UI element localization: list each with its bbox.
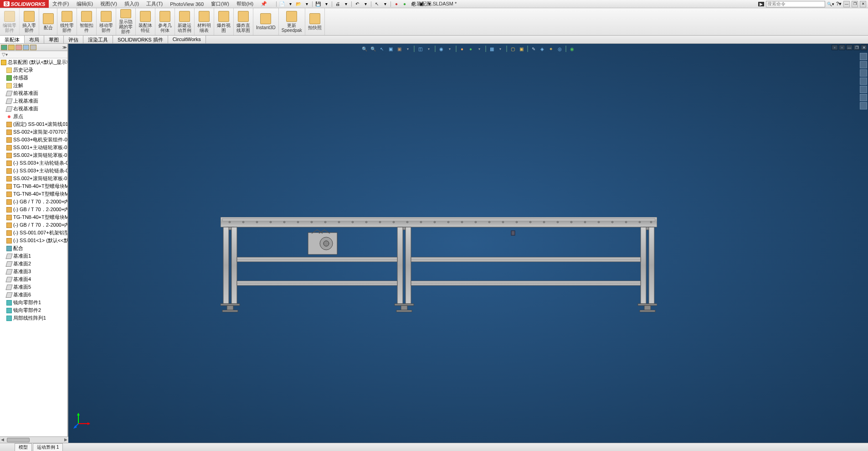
feature-manager-tab-icon[interactable] [1, 45, 7, 50]
light-icon[interactable]: ✦ [547, 45, 555, 52]
tree-item[interactable]: (-) GB / T 70．2-2000+内六 [0, 221, 67, 229]
tree-item[interactable]: 基准面3 [0, 268, 67, 275]
tree-item[interactable]: 基准面2 [0, 260, 67, 268]
tree-item[interactable]: 右视基准面 [0, 105, 67, 113]
tree-item[interactable]: 传感器 [0, 74, 67, 82]
tree-item[interactable]: SS-003+电机安装组件-0707 [0, 136, 67, 144]
feature-tree[interactable]: 总装配图 (默认<默认_显示状态历史记录传感器注解前视基准面上视基准面右视基准面… [0, 58, 67, 443]
tree-item[interactable]: 注解 [0, 82, 67, 89]
tree-item[interactable]: TG-TN8-40+T型螺母块M8- [0, 182, 67, 190]
tab-evaluate[interactable]: 评估 [64, 36, 83, 43]
design-library-icon[interactable] [860, 61, 867, 68]
ribbon-mate[interactable]: 配合 [39, 8, 57, 35]
display-style-icon[interactable]: ◫ [416, 45, 424, 52]
tree-item[interactable]: 基准面6 [0, 291, 67, 299]
select-icon[interactable]: ↖ [373, 1, 380, 7]
tree-item[interactable]: 镜向零部件2 [0, 306, 67, 314]
apply-scene-icon[interactable]: ● [467, 45, 474, 52]
menu-view[interactable]: 视图(V) [97, 0, 121, 7]
tree-item[interactable]: SS-002+滚筒架-070707.1.< [0, 128, 67, 136]
hide-show-icon[interactable]: ◉ [437, 45, 445, 52]
zoom-area-icon[interactable]: 🔍 [370, 45, 377, 52]
custom-props-icon[interactable] [860, 94, 867, 101]
ribbon-bom[interactable]: 材料明 细表 [195, 8, 214, 35]
view-orient-icon[interactable]: ▣ [395, 45, 403, 52]
save-icon[interactable]: 💾 [314, 1, 322, 7]
section-view-icon[interactable]: ▣ [387, 45, 394, 52]
property-manager-tab-icon[interactable] [8, 45, 15, 50]
minimize-button[interactable]: — [843, 1, 850, 7]
zoom-fit-icon[interactable]: 🔍 [361, 45, 368, 52]
menu-insert[interactable]: 插入(I) [121, 0, 143, 7]
menu-pin-icon[interactable]: 📌 [257, 1, 271, 7]
ribbon-insert-comp[interactable]: 插入零 部件 [20, 8, 39, 35]
tab-sketch[interactable]: 草图 [44, 36, 64, 43]
viewport-restore[interactable]: ❐ [853, 45, 860, 50]
display-manager-tab-icon[interactable] [30, 45, 36, 50]
tree-item[interactable]: 前视基准面 [0, 89, 67, 97]
dropdown-icon[interactable]: ▾ [303, 1, 310, 7]
tree-item[interactable]: (-) SS.003+主动轮链条-070 [0, 167, 67, 175]
scroll-left-icon[interactable]: ◀ [1, 437, 4, 442]
sw-resources-icon[interactable] [860, 53, 867, 60]
ribbon-asm-feat[interactable]: 装配体 特征 [136, 8, 155, 35]
dropdown-icon[interactable]: ▾ [497, 45, 504, 52]
scroll-thumb[interactable] [7, 438, 30, 442]
tree-item[interactable]: 基准面5 [0, 283, 67, 291]
viewport-btn2[interactable]: ▫ [839, 45, 845, 50]
open-icon[interactable]: 📂 [295, 1, 302, 7]
tree-item[interactable]: SS.001+主动链轮罩板-0707 [0, 144, 67, 151]
dropdown-icon[interactable]: ▾ [342, 1, 349, 7]
forum-icon[interactable] [860, 102, 867, 109]
tree-item[interactable]: 局部线性阵列1 [0, 314, 67, 322]
tab-swplugins[interactable]: SOLIDWORKS 插件 [113, 36, 168, 43]
ribbon-new-motion[interactable]: 新建运 动算例 [175, 8, 195, 35]
tab-layout[interactable]: 布局 [25, 36, 44, 43]
dimxpert-tab-icon[interactable] [23, 45, 29, 50]
dropdown-icon[interactable]: ▾ [425, 45, 432, 52]
prev-view-icon[interactable]: ↖ [378, 45, 385, 52]
tree-item[interactable]: TG-TN8-40+T型螺母块M8- [0, 190, 67, 198]
ribbon-smart-fasten[interactable]: 智能扣 件 [77, 8, 97, 35]
ribbon-show-hidden[interactable]: 显示隐 藏的零 部件 [116, 8, 136, 35]
ribbon-exploded[interactable]: 爆炸视 图 [214, 8, 234, 35]
rebuild-icon[interactable]: ● [393, 1, 400, 7]
dropdown-icon[interactable]: ▾ [287, 1, 294, 7]
file-explorer-icon[interactable] [860, 69, 867, 77]
dropdown-icon[interactable]: ▾ [446, 45, 453, 52]
tree-item[interactable]: (-) SS-001.007+机架铝型材 [0, 229, 67, 237]
edit-appearance-icon[interactable]: ● [458, 45, 466, 52]
dropdown-icon[interactable]: ▾ [362, 1, 369, 7]
menu-edit[interactable]: 编辑(E) [73, 0, 97, 7]
tree-item[interactable]: SS.002+滚筒链轮罩板-0707 [0, 151, 67, 159]
tree-item[interactable]: 历史记录 [0, 66, 67, 74]
close-button[interactable]: ✕ [860, 1, 866, 7]
search-command-input[interactable] [766, 1, 825, 7]
search-dropdown-icon[interactable]: 🔍▾ [827, 2, 834, 6]
motion-study-tab[interactable]: 运动算例 1 [33, 443, 63, 451]
viewport-close[interactable]: ✕ [861, 45, 867, 50]
view-palette-icon[interactable] [860, 78, 867, 85]
appearances-icon[interactable] [860, 86, 867, 93]
decal-icon[interactable]: ◈ [539, 45, 546, 52]
tree-item[interactable]: 原点 [0, 113, 67, 120]
print-icon[interactable]: 🖨 [334, 1, 341, 7]
graphics-area[interactable]: 🔍 🔍 ↖ ▣ ▣ ▾ ◫ ▾ ◉ ▾ ● ● ▾ ▦ ▾ ▢ ▣ ✎ ◈ ✦ [68, 44, 868, 443]
ribbon-ref-geom[interactable]: 参考几 何体 [155, 8, 175, 35]
ribbon-snapshot[interactable]: 拍快照 [305, 8, 325, 35]
rebuild-all-icon[interactable]: ● [401, 1, 408, 7]
help-icon[interactable]: ?▾ [836, 1, 842, 7]
new-doc-icon[interactable]: 📄 [278, 1, 286, 7]
render-region-icon[interactable]: ▢ [509, 45, 516, 52]
edit-scene-icon[interactable]: ✎ [530, 45, 537, 52]
filter-icon[interactable]: ▽▾ [2, 52, 8, 57]
ribbon-speedpak[interactable]: 更新 Speedpak [279, 8, 305, 35]
view-setting-icon[interactable]: ▦ [488, 45, 495, 52]
tree-item[interactable]: 基准面4 [0, 275, 67, 283]
ribbon-explode-line[interactable]: 爆炸直 线草图 [234, 8, 253, 35]
tree-item[interactable]: TG-TN8-40+T型螺母块M8- [0, 213, 67, 221]
menu-file[interactable]: 文件(F) [49, 0, 72, 7]
model-tab[interactable]: 模型 [15, 443, 32, 451]
ribbon-linear-comp[interactable]: 线性零 部件 [57, 8, 77, 35]
tree-item[interactable]: 基准面1 [0, 252, 67, 260]
